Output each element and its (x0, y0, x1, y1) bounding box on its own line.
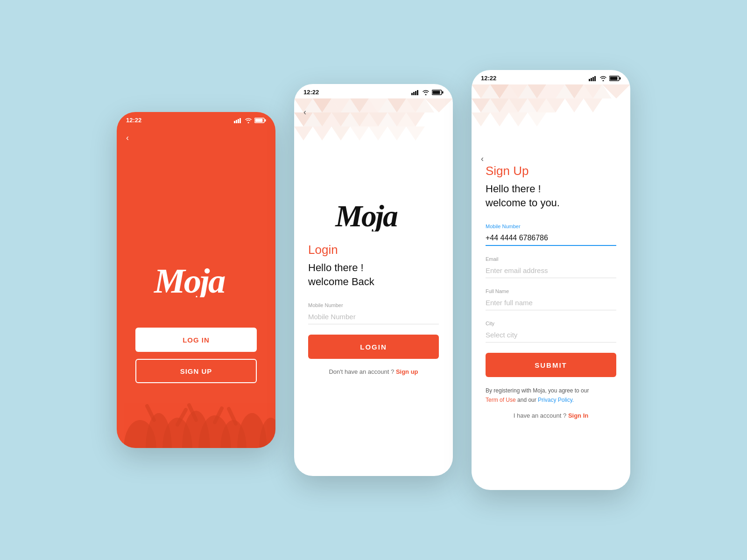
svg-rect-23 (415, 91, 416, 95)
phone-2-login: 12:22 (294, 84, 453, 476)
logo-container-2: Moja (294, 192, 453, 243)
mobile-label-3: Mobile Number (486, 224, 616, 229)
status-bar-2: 12:22 (294, 84, 453, 98)
battery-icon-3 (609, 76, 621, 81)
back-button-2[interactable]: ‹ (303, 107, 306, 117)
svg-marker-61 (369, 126, 388, 140)
signin-prefix: I have an account ? (514, 412, 566, 419)
login-title: Login (308, 243, 439, 257)
svg-marker-58 (313, 126, 331, 140)
triangle-pattern-3 (472, 84, 630, 159)
svg-text:Moja: Moja (335, 199, 398, 231)
svg-text:Moja: Moja (154, 261, 225, 297)
city-label: City (486, 321, 616, 326)
status-icons-3 (589, 76, 621, 81)
status-icons-2 (411, 90, 444, 95)
signin-link[interactable]: Sign In (568, 412, 588, 419)
svg-line-15 (147, 406, 154, 420)
wifi-icon (245, 118, 252, 123)
svg-rect-67 (592, 77, 594, 81)
battery-icon (254, 118, 266, 123)
mobile-input-3[interactable] (486, 231, 616, 246)
svg-rect-5 (255, 119, 263, 122)
phone-2-content: Login Hello there ! welcome Back Mobile … (294, 243, 453, 476)
svg-point-25 (425, 94, 427, 95)
svg-marker-63 (406, 126, 425, 140)
svg-rect-2 (238, 119, 239, 123)
login-submit-button[interactable]: LOGIN (308, 335, 439, 359)
city-input[interactable] (486, 328, 616, 343)
terms-block: By registering with Moja, you agree to o… (486, 386, 616, 404)
svg-rect-71 (610, 77, 618, 80)
terms-prefix: By registering with Moja, you agree to o… (486, 387, 589, 394)
signup-welcome: Hello there ! welcome to you. (486, 182, 616, 210)
privacy-policy-link[interactable]: Privacy Policy. (538, 397, 574, 403)
status-bar-1: 12:22 (117, 112, 275, 126)
terms-mid: and our (517, 397, 536, 403)
terms-of-use-link[interactable]: Term of Use (486, 397, 516, 403)
fullname-input[interactable] (486, 296, 616, 310)
triangle-header-2 (294, 98, 453, 192)
svg-rect-3 (240, 118, 241, 123)
signup-title: Sign Up (486, 164, 616, 178)
svg-marker-99 (472, 112, 490, 126)
fullname-label: Full Name (486, 288, 616, 294)
svg-point-69 (603, 80, 604, 81)
battery-icon-2 (432, 90, 444, 95)
svg-marker-62 (388, 126, 406, 140)
status-time-2: 12:22 (303, 89, 319, 96)
svg-marker-94 (584, 98, 602, 112)
email-input[interactable] (486, 264, 616, 278)
mobile-input-2[interactable] (308, 310, 439, 324)
signup-button[interactable]: SIGN UP (135, 359, 257, 383)
svg-rect-24 (417, 90, 418, 95)
login-button[interactable]: LOG IN (135, 328, 257, 352)
svg-marker-101 (509, 112, 528, 126)
footer-prefix: Don't have an account ? (329, 368, 394, 375)
svg-marker-57 (294, 126, 313, 140)
phone-3-signup: 12:22 (472, 70, 630, 490)
triangle-pattern-2 (294, 98, 453, 192)
triangle-header-3 (472, 84, 630, 159)
back-button-3[interactable]: ‹ (481, 154, 484, 164)
back-button-1[interactable]: ‹ (126, 133, 129, 143)
city-group: City (486, 321, 616, 343)
svg-rect-21 (411, 93, 413, 95)
svg-rect-66 (591, 78, 592, 81)
svg-rect-22 (413, 92, 415, 95)
svg-marker-59 (331, 126, 350, 140)
signal-icon-3 (589, 76, 597, 81)
signal-icon-2 (411, 90, 420, 95)
mobile-number-group-3: Mobile Number (486, 224, 616, 246)
svg-rect-65 (589, 79, 590, 81)
signup-link[interactable]: Sign up (396, 368, 418, 375)
phone-1-welcome: 12:22 ‹ (117, 112, 275, 448)
status-time-3: 12:22 (481, 75, 496, 82)
email-label: Email (486, 256, 616, 262)
email-group: Email (486, 256, 616, 278)
svg-rect-68 (594, 76, 596, 81)
login-welcome: Hello there ! welcome Back (308, 261, 439, 288)
status-bar-3: 12:22 (472, 70, 630, 84)
wifi-icon-3 (599, 76, 607, 81)
svg-rect-28 (442, 91, 444, 93)
svg-rect-27 (433, 91, 440, 94)
mobile-number-group: Mobile Number (308, 302, 439, 324)
svg-rect-1 (236, 120, 237, 123)
svg-marker-93 (565, 98, 584, 112)
phone-3-content: Sign Up Hello there ! welcome to you. Mo… (472, 159, 630, 490)
svg-rect-0 (234, 121, 235, 123)
svg-rect-6 (265, 119, 266, 121)
mobile-label-2: Mobile Number (308, 302, 439, 308)
svg-marker-60 (350, 126, 369, 140)
status-time-1: 12:22 (126, 117, 141, 124)
submit-button[interactable]: SUBMIT (486, 353, 616, 377)
logo-phone1: Moja (149, 260, 243, 297)
wifi-icon-2 (422, 90, 430, 95)
phone-1-main-content: Moja LOG IN SIGN UP (117, 126, 275, 406)
status-icons-1 (234, 118, 266, 123)
svg-marker-102 (528, 112, 546, 126)
login-footer: Don't have an account ? Sign up (308, 368, 439, 375)
signal-icon (234, 118, 242, 123)
svg-rect-72 (620, 77, 621, 79)
